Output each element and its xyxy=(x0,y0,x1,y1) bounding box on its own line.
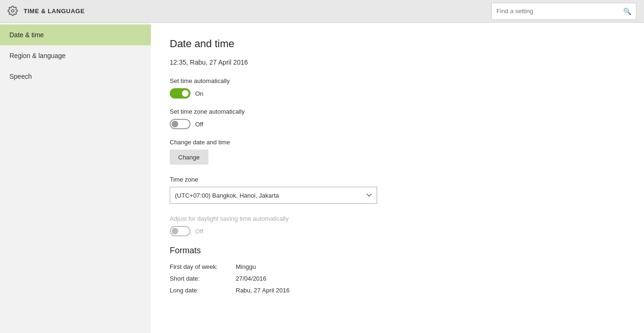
change-btn-row: Change xyxy=(170,150,625,165)
set-timezone-auto-label: Set time zone automatically xyxy=(170,108,625,115)
sidebar: Date & time Region & language Speech xyxy=(0,23,151,333)
content-area: Date and time 12:35, Rabu, 27 April 2016… xyxy=(151,23,644,333)
format-value-2: Rabu, 27 April 2016 xyxy=(236,287,289,294)
daylight-saving-knob xyxy=(172,228,178,234)
search-box[interactable]: 🔍 xyxy=(491,3,636,20)
set-timezone-auto-toggle[interactable] xyxy=(170,119,190,129)
set-timezone-auto-state: Off xyxy=(195,121,203,128)
format-row-2: Long date: Rabu, 27 April 2016 xyxy=(170,287,625,294)
format-value-0: Minggu xyxy=(236,263,256,270)
sidebar-item-region-language[interactable]: Region & language xyxy=(0,45,151,66)
set-time-auto-toggle[interactable] xyxy=(170,88,190,99)
daylight-saving-row: Off xyxy=(170,226,625,236)
daylight-saving-toggle[interactable] xyxy=(170,226,190,236)
set-time-auto-track[interactable] xyxy=(170,88,190,99)
header: TIME & LANGUAGE 🔍 xyxy=(0,0,644,23)
set-timezone-auto-track[interactable] xyxy=(170,119,190,129)
daylight-saving-state: Off xyxy=(195,228,203,235)
settings-icon xyxy=(8,6,19,17)
search-icon: 🔍 xyxy=(623,8,631,15)
format-value-1: 27/04/2016 xyxy=(236,275,266,282)
change-date-time-label: Change date and time xyxy=(170,139,625,146)
timezone-select-row: (UTC+07:00) Bangkok, Hanoi, Jakarta xyxy=(170,187,625,204)
change-button[interactable]: Change xyxy=(170,150,208,165)
set-time-auto-label: Set time automatically xyxy=(170,77,625,84)
sidebar-item-date-time[interactable]: Date & time xyxy=(0,25,151,45)
format-key-1: Short date: xyxy=(170,275,236,282)
daylight-saving-track[interactable] xyxy=(170,226,190,236)
set-timezone-auto-row: Off xyxy=(170,119,625,129)
format-key-0: First day of week: xyxy=(170,263,236,270)
main-layout: Date & time Region & language Speech Dat… xyxy=(0,23,644,333)
search-input[interactable] xyxy=(496,8,623,15)
set-time-auto-row: On xyxy=(170,88,625,99)
svg-point-0 xyxy=(11,9,14,12)
format-row-0: First day of week: Minggu xyxy=(170,263,625,270)
set-timezone-auto-knob xyxy=(172,121,178,127)
formats-title: Formats xyxy=(170,246,625,256)
header-title: TIME & LANGUAGE xyxy=(24,8,491,15)
timezone-label: Time zone xyxy=(170,176,625,183)
timezone-select[interactable]: (UTC+07:00) Bangkok, Hanoi, Jakarta xyxy=(170,187,377,204)
format-key-2: Long date: xyxy=(170,287,236,294)
set-time-auto-state: On xyxy=(195,90,203,97)
page-title: Date and time xyxy=(170,38,625,50)
format-row-1: Short date: 27/04/2016 xyxy=(170,275,625,282)
set-time-auto-knob xyxy=(182,90,189,97)
current-time: 12:35, Rabu, 27 April 2016 xyxy=(170,58,625,66)
daylight-saving-label: Adjust for daylight saving time automati… xyxy=(170,215,625,222)
sidebar-item-speech[interactable]: Speech xyxy=(0,66,151,87)
